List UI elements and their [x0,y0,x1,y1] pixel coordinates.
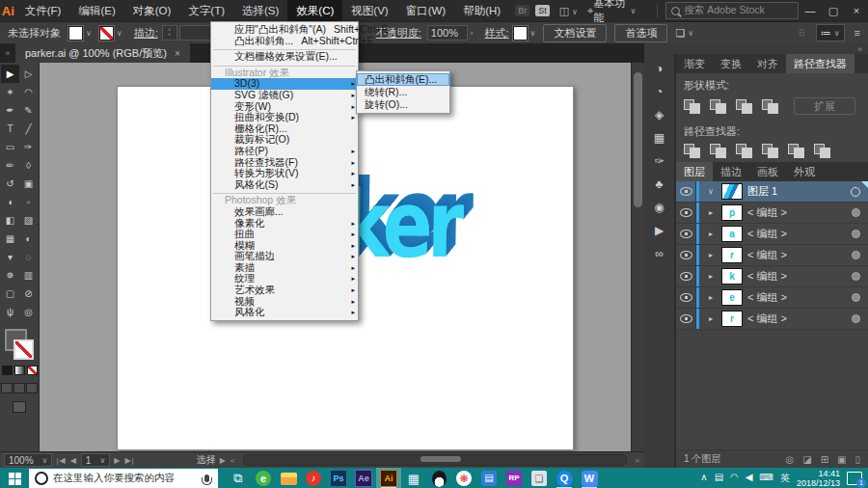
illustrator-icon[interactable]: Ai [376,468,401,488]
menu-item-extrude-bevel[interactable]: 凸出和斜角... Alt+Shift+Ctrl+E ▸ [211,36,358,47]
qq-icon[interactable] [426,468,451,488]
tray-ime-label[interactable]: 英 [780,472,790,485]
slice-tool[interactable]: ⊘ [19,285,38,303]
microphone-icon[interactable] [204,474,209,482]
group-thumbnail[interactable]: k [721,268,743,285]
doc-actions-icon[interactable]: ❏∨ [675,27,693,40]
gradient-tool[interactable]: ◐ [19,230,38,248]
vertical-scrollbar-thumb[interactable] [634,72,642,207]
scale-tool[interactable]: ▣ [19,175,38,193]
horizontal-scrollbar[interactable] [243,454,627,466]
rotate-tool[interactable]: ↺ [1,175,19,193]
rectangle-tool[interactable]: ▭ [1,138,19,156]
qq-browser-icon[interactable]: Q [552,468,577,488]
shape-mode-intersect-icon[interactable] [736,99,753,113]
group-name[interactable]: < 编组 > [747,248,787,262]
menu-item-brush-strokes[interactable]: 画笔描边 ▸ [211,251,358,262]
artboard-number-select[interactable]: 1∨ [81,453,110,467]
menu-type[interactable]: 文字(T) [179,0,233,21]
menu-item-texture[interactable]: 纹理 ▸ [211,273,358,285]
menu-item-svg-filters[interactable]: SVG 滤镜(G) ▸ [211,90,358,101]
after-effects-icon[interactable]: Ae [351,468,376,488]
tray-volume-icon[interactable]: ◀ [746,472,753,485]
layer-group-a[interactable]: ▸ a < 编组 > [676,224,868,245]
submenu-item-extrude-bevel[interactable]: 凸出和斜角(E)... [357,73,449,86]
menu-help[interactable]: 帮助(H) [454,0,509,21]
group-name[interactable]: < 编组 > [747,290,787,305]
layer-name[interactable]: 图层 1 [747,184,777,199]
expander-icon[interactable]: › [471,29,474,38]
sunlogin-icon[interactable]: ❋ [451,468,476,488]
group-thumbnail[interactable]: r [721,311,743,327]
arrange-documents-icon[interactable]: ◫∨ [559,5,578,17]
pathfinder-outline-icon[interactable] [788,144,805,157]
menu-item-distort[interactable]: 扭曲 ▸ [211,229,358,240]
target-circle-icon[interactable] [852,314,860,323]
type-tool[interactable]: T [1,120,19,138]
eyedropper-tool[interactable]: ▾ [1,248,19,266]
mesh-tool[interactable]: ▦ [1,230,19,248]
locate-object-icon[interactable]: ◎ [785,454,794,465]
shape-builder-tool[interactable]: ◧ [1,211,19,230]
axure-rp-icon[interactable]: RP [502,468,527,488]
menu-item-blur[interactable]: 模糊 ▸ [211,240,358,252]
menu-item-artistic[interactable]: 艺术效果 ▸ [211,285,358,296]
group-thumbnail[interactable]: a [721,226,743,242]
blob-brush-tool[interactable]: ◊ [19,156,38,175]
group-name[interactable]: < 编组 > [747,227,787,241]
layer-group-e[interactable]: ▸ e < 编组 > [676,287,868,309]
tab-layers[interactable]: 图层 [676,162,713,181]
layer-group-k[interactable]: ▸ k < 编组 > [676,266,868,287]
menu-item-doc-raster-settings[interactable]: 文档栅格效果设置(E)... ▸ [211,51,358,63]
selection-tool[interactable]: ▶ [1,65,19,83]
group-name[interactable]: < 编组 > [747,205,787,220]
status-menu-arrow-icon[interactable]: ▶ [220,456,227,465]
file-explorer-icon[interactable] [276,468,301,488]
stroke-proxy-swatch[interactable] [14,339,34,360]
group-name[interactable]: < 编组 > [747,269,787,284]
menu-item-pixelate[interactable]: 像素化 ▸ [211,218,358,230]
make-clipping-mask-icon[interactable]: ◪ [802,454,811,465]
menu-item-path[interactable]: 路径(P) ▸ [211,146,358,157]
chevron-down-icon[interactable]: ∨ [530,29,536,38]
expand-group-icon[interactable]: ▸ [705,293,717,302]
style-label[interactable]: 样式: [485,26,509,41]
free-transform-tool[interactable]: ▫ [19,193,38,211]
collapse-layer-icon[interactable]: ∨ [705,187,717,196]
submenu-item-rotate[interactable]: 旋转(O)... [357,98,449,111]
pathfinder-minus-back-icon[interactable] [814,144,831,157]
document-tab[interactable]: parker.ai @ 100% (RGB/预览) × [15,43,190,63]
column-graph-tool[interactable]: ▥ [19,266,38,285]
stroke-weight-label[interactable]: 描边: [134,26,158,41]
group-thumbnail[interactable]: e [721,289,743,306]
minimize-button[interactable]: — [799,0,822,21]
layer-row-layer1[interactable]: ∨ 图层 1 [676,181,868,203]
menu-effect[interactable]: 效果(C) [287,0,342,21]
tab-artboards[interactable]: 画板 [749,162,786,181]
panel-list-toggle[interactable]: ≔∨ [816,24,845,41]
360-browser-icon[interactable]: e [251,468,276,488]
pencil-tool[interactable]: ✏ [1,156,19,175]
tab-pathfinder[interactable]: 路径查找器 [786,54,854,73]
expand-group-icon[interactable]: ▸ [705,314,717,323]
menu-item-sketch[interactable]: 素描 ▸ [211,262,358,274]
draw-normal-mode-button[interactable] [1,383,13,393]
target-circle-icon[interactable] [852,293,860,302]
visibility-eye-icon[interactable] [676,245,696,265]
expand-group-icon[interactable]: ▸ [705,272,717,281]
menu-edit[interactable]: 编辑(E) [69,0,123,21]
layer-group-r1[interactable]: ▸ r < 编组 > [676,245,868,266]
group-thumbnail[interactable]: r [721,247,743,263]
zoom-tool[interactable]: ◎ [19,303,38,321]
shape-mode-unite-icon[interactable] [684,99,701,113]
chevron-down-icon[interactable]: ∨ [86,29,92,38]
target-circle-icon[interactable] [852,230,860,238]
collapse-panels-icon[interactable]: » [857,44,862,54]
menu-item-video[interactable]: 视频 ▸ [211,296,358,308]
wps-icon[interactable]: W [577,468,602,488]
paintbrush-tool[interactable]: ✑ [19,138,38,156]
tab-gradient[interactable]: 渐变 [676,54,713,73]
width-tool[interactable]: ◖ [1,193,19,211]
menu-item-apply-extrude[interactable]: 应用"凸出和斜角"(A) Shift+Ctrl+E ▸ [211,24,358,36]
layer-thumbnail[interactable] [721,183,743,200]
